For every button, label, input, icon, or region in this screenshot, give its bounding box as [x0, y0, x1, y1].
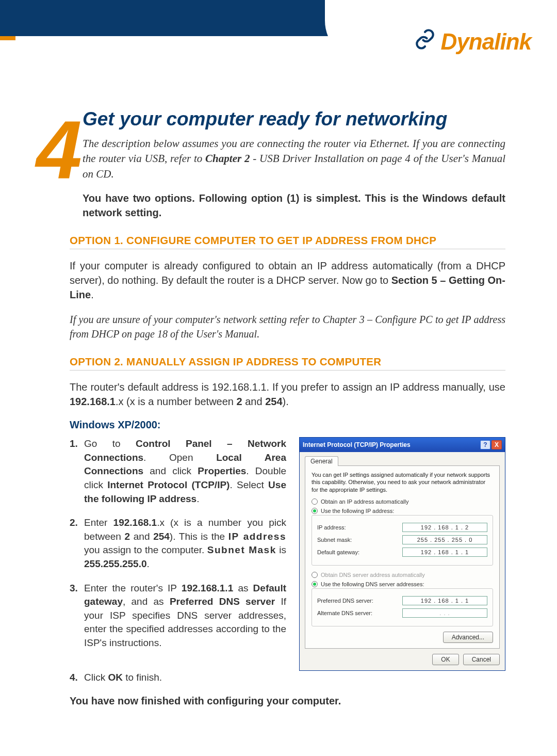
ip-label: IP address:	[317, 524, 346, 530]
option1-note: If you are unsure of your computer's net…	[70, 312, 505, 341]
steps-list: Go to Control Panel – Network Connection…	[70, 437, 286, 650]
preferred-dns-field[interactable]: 192 . 168 . 1 . 1	[402, 596, 487, 605]
radio-auto-ip[interactable]: Obtain an IP address automatically	[312, 498, 493, 505]
ip-group: IP address: 192 . 168 . 1 . 2 Subnet mas…	[312, 515, 493, 566]
page-title: Get your computer ready for networking	[83, 108, 505, 130]
radio-icon	[312, 498, 318, 505]
alt-dns-label: Alternate DNS server:	[317, 610, 372, 616]
ok-button[interactable]: OK	[432, 654, 458, 665]
radio-icon	[312, 508, 318, 514]
options-note: You have two options. Following option (…	[83, 191, 505, 220]
tab-general[interactable]: General	[305, 456, 338, 466]
dialog-description: You can get IP settings assigned automat…	[312, 471, 493, 493]
windows-subheading: Windows XP/2000:	[70, 419, 505, 431]
radio-auto-dns: Obtain DNS server address automatically	[312, 572, 493, 578]
step-3: Enter the router's IP 192.168.1.1 as Def…	[70, 582, 286, 650]
option2-heading: OPTION 2. MANUALLY ASSIGN IP ADDRESS TO …	[70, 356, 505, 371]
ip-address-field[interactable]: 192 . 168 . 1 . 2	[402, 523, 487, 532]
option2-paragraph: The router's default address is 192.168.…	[70, 380, 505, 409]
pref-dns-label: Preferred DNS server:	[317, 598, 373, 604]
subnet-label: Subnet mask:	[317, 537, 352, 543]
link-icon	[414, 28, 436, 55]
radio-icon	[312, 572, 318, 578]
dialog-titlebar: Internet Protocol (TCP/IP) Properties ? …	[300, 438, 505, 452]
default-gateway-field[interactable]: 192 . 168 . 1 . 1	[402, 548, 487, 557]
radio-use-ip[interactable]: Use the following IP address:	[312, 508, 493, 514]
dns-group: Preferred DNS server: 192 . 168 . 1 . 1 …	[312, 588, 493, 626]
option1-heading: OPTION 1. CONFIGURE COMPUTER TO GET IP A…	[70, 234, 505, 249]
closing-statement: You have now finished with configuring y…	[70, 695, 505, 707]
section-number: 4	[36, 108, 82, 191]
alternate-dns-field[interactable]: . . .	[402, 608, 487, 618]
intro-paragraph: The description below assumes you are co…	[83, 136, 505, 182]
help-icon[interactable]: ?	[480, 440, 490, 449]
radio-use-dns[interactable]: Use the following DNS server addresses:	[312, 581, 493, 587]
brand-name: Dynalink	[441, 29, 531, 55]
advanced-button[interactable]: Advanced...	[443, 632, 493, 643]
subnet-mask-field[interactable]: 255 . 255 . 255 . 0	[402, 535, 487, 544]
dialog-title: Internet Protocol (TCP/IP) Properties	[303, 441, 411, 448]
step-2: Enter 192.168.1.x (x is a number you pic…	[70, 516, 286, 571]
brand-logo: Dynalink	[414, 28, 531, 55]
option1-paragraph: If your computer is already configured t…	[70, 259, 505, 302]
step-1: Go to Control Panel – Network Connection…	[70, 437, 286, 506]
tcpip-dialog: Internet Protocol (TCP/IP) Properties ? …	[299, 437, 505, 671]
gateway-label: Default gateway:	[317, 549, 359, 555]
step-4: Click OK to finish.	[70, 671, 505, 685]
cancel-button[interactable]: Cancel	[463, 654, 500, 665]
close-icon[interactable]: X	[492, 440, 502, 449]
radio-icon	[312, 581, 318, 587]
